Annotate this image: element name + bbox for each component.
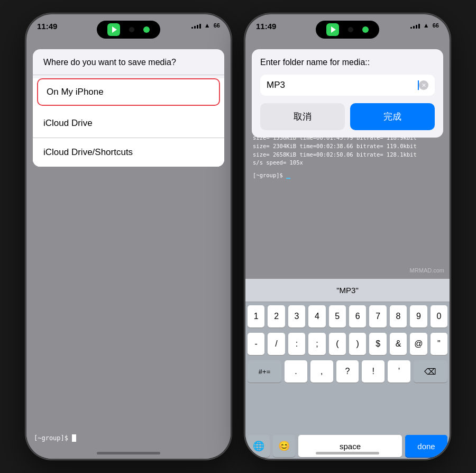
terminal-line-2: size= 2304KiB time=00:02:38.66 bitrate= …	[253, 142, 442, 151]
folder-dialog: Enter folder name for media:: MP3 ✕ 取消 完…	[252, 49, 443, 138]
key-comma[interactable]: ,	[310, 360, 333, 383]
bar3	[197, 25, 198, 29]
globe-key[interactable]: 🌐	[248, 435, 270, 457]
di-camera-1	[129, 27, 134, 32]
key-6[interactable]: 6	[349, 305, 366, 328]
keyboard: "MP3" 1 2 3 4 5 6 7 8 9 0 - / : ; (	[245, 279, 450, 459]
di-activity-1	[143, 26, 150, 33]
phone-1: 11:49 ▲ 66 Where do you want to save med…	[25, 13, 232, 460]
key-question[interactable]: ?	[336, 360, 359, 383]
watermark: MRMAD.com	[410, 267, 444, 274]
emoji-key[interactable]: 😊	[273, 435, 295, 457]
signal-bars-1	[191, 22, 201, 29]
key-apos[interactable]: '	[388, 360, 410, 383]
battery-2: 66	[433, 22, 439, 29]
bar2b	[413, 26, 415, 29]
key-row-numbers: 1 2 3 4 5 6 7 8 9 0	[248, 305, 447, 328]
dialog-title: Where do you want to save media?	[33, 49, 224, 75]
terminal-line-3: size= 2658KiB time=00:02:50.06 bitrate= …	[253, 151, 442, 159]
backspace-key[interactable]: ⌫	[414, 360, 447, 383]
done-key[interactable]: done	[405, 435, 447, 457]
clear-input-button[interactable]: ✕	[419, 80, 428, 90]
status-bar-1: 11:49 ▲ 66	[26, 14, 231, 43]
wifi-icon-2: ▲	[423, 22, 429, 29]
bar3b	[416, 25, 417, 29]
home-indicator-1	[97, 452, 160, 454]
suggestion-bar: "MP3"	[245, 279, 450, 302]
key-colon[interactable]: :	[288, 333, 305, 355]
bar4b	[418, 24, 420, 29]
cancel-button[interactable]: 取消	[260, 103, 345, 130]
key-exclaim[interactable]: !	[362, 360, 385, 383]
key-semicolon[interactable]: ;	[308, 333, 325, 355]
dynamic-island-2	[316, 21, 379, 39]
keyboard-bottom-row: 🌐 😊 space done	[245, 435, 450, 459]
key-9[interactable]: 9	[410, 305, 427, 328]
text-input-container[interactable]: MP3 ✕	[260, 75, 435, 96]
terminal-cursor-1	[72, 434, 76, 442]
bar2	[194, 26, 196, 29]
save-dialog: Where do you want to save media? On My i…	[33, 49, 224, 167]
di-activity-2	[362, 26, 369, 33]
key-8[interactable]: 8	[390, 305, 407, 328]
terminal-line-5: [~group]$	[253, 171, 442, 180]
dialog-item-shortcuts[interactable]: iCloud Drive/Shortcuts	[33, 138, 224, 167]
terminal-cursor-2	[286, 178, 290, 179]
terminal-line-4: s/s speed= 105x	[253, 159, 442, 167]
key-dash[interactable]: -	[248, 333, 264, 355]
play-icon-2	[331, 26, 336, 33]
home-indicator-2	[316, 452, 379, 454]
key-0[interactable]: 0	[431, 305, 447, 328]
key-rparen[interactable]: )	[349, 333, 366, 355]
play-icon-1	[112, 26, 117, 33]
play-indicator-1	[107, 23, 120, 36]
key-amp[interactable]: &	[390, 333, 407, 355]
bar4	[199, 24, 201, 29]
keyboard-rows: 1 2 3 4 5 6 7 8 9 0 - / : ; ( ) $ & @	[245, 302, 450, 435]
signal-bars-2	[410, 22, 420, 29]
key-1[interactable]: 1	[248, 305, 264, 328]
folder-dialog-title: Enter folder name for media::	[260, 58, 435, 67]
key-row-misc: #+= . , ? ! ' ⌫	[248, 360, 447, 383]
suggestion-text[interactable]: "MP3"	[336, 286, 359, 295]
dialog-item-iphone[interactable]: On My iPhone	[37, 78, 220, 106]
bar1b	[410, 27, 412, 29]
di-camera-2	[348, 27, 353, 32]
key-dollar[interactable]: $	[369, 333, 386, 355]
phone-2: 11:49 ▲ 66 Enter folder name for media::…	[244, 13, 451, 460]
key-4[interactable]: 4	[308, 305, 325, 328]
wifi-icon-1: ▲	[204, 22, 210, 29]
key-7[interactable]: 7	[369, 305, 386, 328]
key-at[interactable]: @	[410, 333, 427, 355]
play-indicator-2	[326, 23, 339, 36]
dynamic-island-1	[97, 21, 160, 39]
status-right-2: ▲ 66	[410, 22, 439, 29]
key-2[interactable]: 2	[268, 305, 285, 328]
terminal-text-1: [~group]$	[34, 434, 223, 443]
key-3[interactable]: 3	[288, 305, 305, 328]
folder-name-input[interactable]: MP3	[267, 80, 417, 90]
status-time-1: 11:49	[37, 22, 57, 31]
terminal-2: size= 1536KiB time=00:01:45.79 bitrate= …	[245, 131, 450, 279]
key-quote[interactable]: "	[431, 333, 447, 355]
status-right-1: ▲ 66	[191, 22, 220, 29]
key-5[interactable]: 5	[329, 305, 346, 328]
key-lparen[interactable]: (	[329, 333, 346, 355]
status-bar-2: 11:49 ▲ 66	[245, 14, 450, 43]
battery-1: 66	[214, 22, 220, 29]
bar1	[191, 27, 193, 29]
key-slash[interactable]: /	[268, 333, 285, 355]
key-row-symbols: - / : ; ( ) $ & @ "	[248, 333, 447, 355]
confirm-button[interactable]: 完成	[350, 103, 435, 130]
key-period[interactable]: .	[285, 360, 307, 383]
dialog-item-icloud[interactable]: iCloud Drive	[33, 109, 224, 138]
dialog-button-row: 取消 完成	[260, 103, 435, 130]
status-time-2: 11:49	[256, 22, 276, 31]
key-hash[interactable]: #+=	[248, 360, 281, 383]
